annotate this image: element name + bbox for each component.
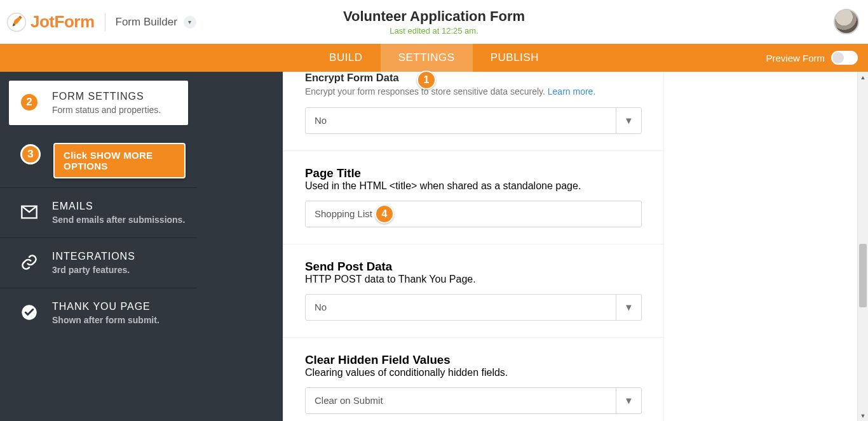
form-title[interactable]: Volunteer Application Form bbox=[343, 8, 525, 25]
sidebar-item-desc: 3rd party features. bbox=[52, 265, 135, 275]
breadcrumb[interactable]: Form Builder ▾ bbox=[116, 16, 196, 29]
select-value: Clear on Submit bbox=[315, 395, 383, 406]
section-title: Encrypt Form Data bbox=[305, 72, 642, 84]
tab-settings[interactable]: SETTINGS bbox=[381, 44, 473, 72]
post-data-select[interactable]: No ▼ bbox=[305, 294, 642, 321]
settings-sidebar: 2 FORM SETTINGS Form status and properti… bbox=[0, 72, 197, 421]
preview-form-control[interactable]: Preview Form bbox=[766, 44, 858, 72]
sidebar-item-desc: Form status and properties. bbox=[52, 105, 161, 115]
chevron-down-icon: ▼ bbox=[616, 295, 641, 320]
right-gutter bbox=[664, 72, 868, 421]
section-post-data: Send Post Data HTTP POST data to Thank Y… bbox=[283, 244, 663, 338]
sidebar-item-annotation-3: 3 Click SHOW MORE OPTIONS bbox=[0, 134, 197, 188]
section-desc: Used in the HTML <title> when shared as … bbox=[305, 180, 642, 192]
check-circle-icon bbox=[20, 304, 38, 321]
pen-icon bbox=[6, 12, 27, 32]
sidebar-item-thank-you[interactable]: THANK YOU PAGE Shown after form submit. bbox=[0, 288, 197, 338]
annotation-badge-1: 1 bbox=[417, 70, 436, 90]
section-clear-hidden: Clear Hidden Field Values Clearing value… bbox=[283, 338, 663, 417]
page-title-input[interactable] bbox=[305, 201, 642, 227]
scroll-track[interactable] bbox=[858, 83, 868, 410]
scroll-thumb[interactable] bbox=[859, 244, 867, 307]
brand-logo[interactable]: JotForm bbox=[0, 12, 95, 32]
section-desc: HTTP POST data to Thank You Page. bbox=[305, 274, 642, 285]
select-value: No bbox=[315, 302, 327, 312]
annotation-badge-4: 4 bbox=[375, 204, 394, 224]
link-icon bbox=[20, 253, 38, 271]
user-avatar[interactable] bbox=[834, 9, 859, 34]
clear-hidden-select[interactable]: Clear on Submit ▼ bbox=[305, 387, 642, 414]
section-title: Page Title bbox=[305, 166, 642, 180]
sidebar-item-title: INTEGRATIONS bbox=[52, 251, 135, 262]
last-edited-label: Last edited at 12:25 am. bbox=[343, 26, 525, 36]
toggle-knob bbox=[832, 52, 844, 63]
app-header: JotForm Form Builder ▾ Volunteer Applica… bbox=[0, 0, 868, 44]
tab-publish[interactable]: PUBLISH bbox=[473, 44, 557, 72]
encrypt-select[interactable]: No ▼ bbox=[305, 107, 642, 134]
preview-toggle[interactable] bbox=[831, 51, 858, 65]
show-more-options-button[interactable]: Click SHOW MORE OPTIONS bbox=[53, 143, 186, 178]
section-page-title: Page Title Used in the HTML <title> when… bbox=[283, 151, 663, 244]
sidebar-item-emails[interactable]: EMAILS Send emails after submissions. bbox=[0, 188, 197, 238]
dark-spacer bbox=[197, 72, 283, 421]
scroll-up-icon[interactable]: ▲ bbox=[858, 72, 868, 83]
sidebar-item-integrations[interactable]: INTEGRATIONS 3rd party features. bbox=[0, 238, 197, 288]
settings-panel: Encrypt Form Data Encrypt your form resp… bbox=[283, 72, 664, 421]
learn-more-link[interactable]: Learn more. bbox=[548, 86, 595, 97]
sidebar-item-desc: Send emails after submissions. bbox=[52, 215, 185, 225]
email-icon bbox=[20, 203, 38, 221]
annotation-badge-2: 2 bbox=[19, 92, 39, 112]
breadcrumb-label: Form Builder bbox=[116, 16, 177, 29]
sidebar-item-desc: Shown after form submit. bbox=[52, 315, 159, 325]
chevron-down-icon: ▼ bbox=[616, 388, 641, 413]
sidebar-item-form-settings[interactable]: 2 FORM SETTINGS Form status and properti… bbox=[9, 81, 188, 125]
section-title: Send Post Data bbox=[305, 260, 642, 274]
scroll-down-icon[interactable]: ▼ bbox=[858, 410, 868, 421]
sidebar-item-title: EMAILS bbox=[52, 201, 185, 212]
select-value: No bbox=[315, 115, 327, 126]
tab-build[interactable]: BUILD bbox=[311, 44, 381, 72]
vertical-divider bbox=[105, 13, 105, 31]
main-area: 2 FORM SETTINGS Form status and properti… bbox=[0, 72, 868, 421]
chevron-down-icon: ▼ bbox=[616, 108, 641, 133]
section-desc: Clearing values of conditionally hidden … bbox=[305, 367, 642, 378]
browser-scrollbar[interactable]: ▲ ▼ bbox=[857, 72, 868, 421]
section-encrypt: Encrypt Form Data Encrypt your form resp… bbox=[283, 72, 663, 151]
sidebar-item-title: THANK YOU PAGE bbox=[52, 301, 159, 312]
preview-label: Preview Form bbox=[766, 53, 825, 63]
section-desc: Encrypt your form responses to store sen… bbox=[305, 86, 642, 98]
annotation-badge-3: 3 bbox=[20, 144, 41, 164]
nav-tabs: BUILD SETTINGS PUBLISH bbox=[311, 44, 557, 72]
brand-name: JotForm bbox=[31, 12, 95, 32]
page-title-block: Volunteer Application Form Last edited a… bbox=[343, 8, 525, 36]
chevron-down-icon[interactable]: ▾ bbox=[184, 16, 196, 29]
section-title: Clear Hidden Field Values bbox=[305, 353, 642, 367]
main-navbar: BUILD SETTINGS PUBLISH Preview Form bbox=[0, 44, 868, 72]
sidebar-item-title: FORM SETTINGS bbox=[52, 91, 161, 102]
